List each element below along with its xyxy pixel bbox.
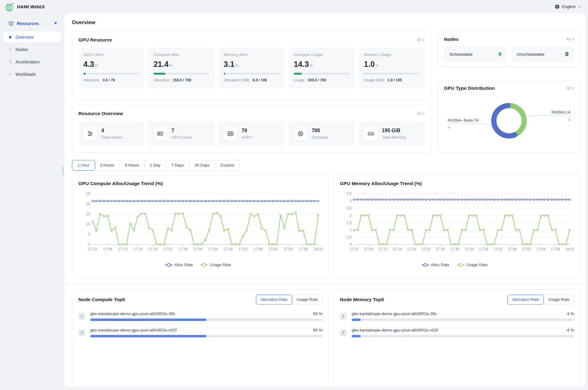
node-name: gke-kantaloupe-demo-gpu-pool-a843f02e-3f… <box>352 311 437 316</box>
svg-text:17:10: 17:10 <box>118 247 127 251</box>
metric-compute-alloc: Compute Alloc 21.4% Allocation : 150.0 /… <box>148 48 214 89</box>
svg-text:17:14: 17:14 <box>133 247 143 251</box>
gpu-resource-title: GPU Resource <box>78 37 112 43</box>
node-value: 50 % <box>313 328 323 332</box>
total-nodes-icon <box>83 127 97 141</box>
metric-value: 3.1% <box>224 60 279 69</box>
stat-compute: 700 Compute <box>289 121 354 146</box>
schedulable-label: Schedulable <box>450 52 472 57</box>
stat-total-memory: 195 GiB Total Memory <box>359 121 425 146</box>
caret-down-icon <box>54 22 57 24</box>
sidebar-section-label: Resources <box>17 21 39 26</box>
unschedulable-tile: Unschedulable 0 <box>511 46 574 62</box>
node-progress-bar <box>352 318 574 321</box>
sidebar: Resources Overview Nodes Accelerators Wo… <box>0 13 64 390</box>
stat-vgpu: 70 vGPU <box>219 121 284 146</box>
stat-label: Total Memory <box>382 135 406 140</box>
svg-text:17:06: 17:06 <box>103 247 112 251</box>
metric-footer: Allocation : 3.0 / 70 <box>83 78 139 82</box>
node-value: 50 % <box>313 311 323 316</box>
all-label: All <box>417 111 421 116</box>
sidebar-item-label: Overview <box>15 35 33 40</box>
svg-text:17:50: 17:50 <box>268 247 278 251</box>
total-memory-icon <box>364 127 378 141</box>
tab-1-hour[interactable]: 1 Hour <box>72 160 95 171</box>
sidebar-divider <box>3 13 60 14</box>
svg-text:17:38: 17:38 <box>223 247 233 251</box>
svg-text:Usage Rate: Usage Rate <box>210 262 231 267</box>
top-bar: HAMi WebUI English <box>0 0 588 13</box>
svg-text:15: 15 <box>86 212 90 216</box>
svg-text:NVIDIA L4: NVIDIA L4 <box>551 110 570 115</box>
metric-footer: Allocation (GiB) : 6.0 / 195 <box>224 78 279 82</box>
metric-value: 14.3% <box>294 60 349 69</box>
sidebar-item-overview[interactable]: Overview <box>3 31 61 43</box>
hami-logo-icon <box>5 2 14 12</box>
svg-text:17:30: 17:30 <box>450 247 459 251</box>
brand: HAMi WebUI <box>5 2 45 12</box>
node-memory-top5-card: Node Memory Top5 Allocation Rate Usage R… <box>333 289 581 387</box>
node-progress-bar <box>90 335 323 337</box>
svg-text:17:58: 17:58 <box>551 247 560 251</box>
node-name: gke-kantaloupe-demo-gpu-pool-a843f02e-3f… <box>90 311 175 316</box>
stat-label: Compute <box>312 135 328 140</box>
tab-6-hours[interactable]: 6 Hours <box>120 160 145 170</box>
stat-label: vGPU <box>242 135 252 140</box>
chevron-down-icon <box>578 6 581 8</box>
tab-3-hours[interactable]: 3 Hours <box>95 160 120 170</box>
svg-text:17:26: 17:26 <box>436 247 445 251</box>
memory-allocation-rate-button[interactable]: Allocation Rate <box>507 295 544 305</box>
memory-usage-rate-button[interactable]: Usage Rate <box>544 295 574 305</box>
resource-overview-all-link[interactable]: All <box>417 111 425 116</box>
stat-value: 4 <box>101 128 123 133</box>
memory-trend-title: GPU Memory Alloc/Usage Trend (%) <box>340 181 422 186</box>
gpu-type-all-link[interactable]: All <box>566 86 574 90</box>
compute-allocation-rate-button[interactable]: Allocation Rate <box>256 295 292 305</box>
main-panel: Overview GPU Resource All vGPU Alloc <box>64 13 586 387</box>
tab-custom[interactable]: Custom <box>215 160 239 170</box>
rank-badge: 1 <box>340 313 347 320</box>
chevron-right-icon <box>572 38 574 41</box>
sidebar-item-label: Nodes <box>15 47 28 52</box>
sidebar-collapse-handle[interactable] <box>62 167 64 175</box>
sidebar-section-resources[interactable]: Resources <box>0 16 64 30</box>
metric-memory-usage: Memory Usage 1.0% Usage (GiB) : 1.9 / 19… <box>359 48 425 89</box>
sidebar-item-nodes[interactable]: Nodes <box>3 44 61 55</box>
chevron-right-icon <box>572 87 574 90</box>
tab-7-days[interactable]: 7 Days <box>166 160 189 170</box>
nodes-all-link[interactable]: All <box>566 37 574 41</box>
language-selector[interactable]: English <box>555 4 581 9</box>
gpu-cards-icon <box>153 127 167 141</box>
compute-trend-chart: 051015202517:0217:0617:1017:1417:1817:22… <box>78 188 323 271</box>
svg-text:17:42: 17:42 <box>238 247 248 251</box>
unschedulable-value: 0 <box>565 51 568 58</box>
sidebar-item-accelerators[interactable]: Accelerators <box>3 56 61 67</box>
gpu-type-distribution-card: GPU Type Distribution All NVIDIA L43NVID… <box>437 80 581 153</box>
sidebar-item-label: Accelerators <box>15 59 40 64</box>
gpu-resource-all-link[interactable]: All <box>417 38 425 42</box>
svg-text:1: 1 <box>349 228 352 232</box>
globe-icon <box>555 4 560 9</box>
svg-text:2: 2 <box>349 213 352 218</box>
node-name: gke-kantaloupe-demo-gpu-pool-a843f02e-n0… <box>352 328 438 332</box>
stat-label: GPU Cards <box>171 135 192 140</box>
metric-label: Memory Alloc <box>224 52 279 57</box>
metric-memory-alloc: Memory Alloc 3.1% Allocation (GiB) : 6.0… <box>219 48 284 89</box>
metric-value: 1.0% <box>364 60 420 69</box>
stat-value: 70 <box>242 128 252 133</box>
svg-text:17:42: 17:42 <box>493 247 502 251</box>
tab-30-days[interactable]: 30 Days <box>190 160 215 170</box>
vgpu-icon <box>224 127 237 141</box>
metric-footer: Usage (GiB) : 1.9 / 195 <box>364 78 420 82</box>
chevron-right-icon <box>423 38 425 41</box>
svg-text:17:02: 17:02 <box>349 247 359 251</box>
memory-top5-title: Node Memory Top5 <box>340 297 384 302</box>
svg-text:18:02: 18:02 <box>314 247 323 251</box>
svg-text:2.5: 2.5 <box>346 206 352 210</box>
tab-1-day[interactable]: 1 Day <box>145 160 166 170</box>
all-label: All <box>566 37 571 41</box>
all-label: All <box>566 86 571 90</box>
sidebar-item-workloads[interactable]: Workloads <box>3 68 61 80</box>
compute-usage-rate-button[interactable]: Usage Rate <box>292 295 323 305</box>
compute-top5-title: Node Compute Top5 <box>78 297 125 302</box>
